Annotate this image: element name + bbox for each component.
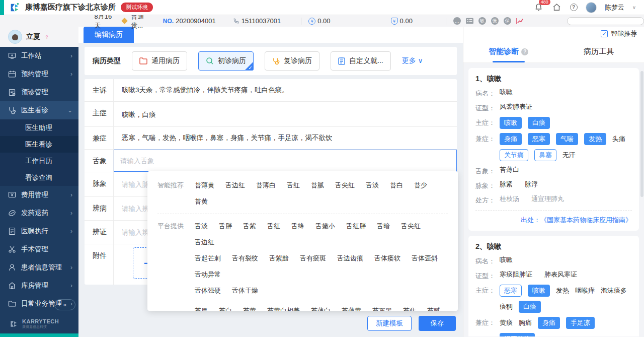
smart-recommend-checkbox[interactable]: ✓ [601, 30, 608, 37]
symptom-tag[interactable]: 咳嗽 [500, 117, 522, 129]
tongue-option[interactable]: 舌淡 [195, 220, 208, 232]
symptom-tag[interactable]: 渴不欲饮 [500, 333, 535, 336]
tongue-option[interactable]: 舌体强硬 [195, 285, 221, 297]
search-input[interactable] [567, 17, 644, 25]
allergy-badge[interactable]: 敏 [478, 17, 486, 25]
tongue-option[interactable]: 苔焦 [403, 305, 416, 311]
source-link[interactable]: 出处：《国家基本药物临床应用指南》 [475, 210, 632, 225]
tongue-option[interactable]: 舌红胖 [346, 220, 366, 232]
tongue-option[interactable]: 舌体歪斜 [412, 252, 438, 264]
tongue-option[interactable]: 舌紫 [243, 220, 256, 232]
tongue-option[interactable]: 苔薄黄 [342, 305, 361, 311]
symptom-tag[interactable]: 关节痛 [500, 149, 528, 161]
tongue-option[interactable]: 舌嫩小 [315, 220, 335, 232]
tongue-option[interactable]: 舌边齿痕 [337, 252, 363, 264]
user-menu-chevron-down-icon[interactable]: ∨ [632, 5, 636, 10]
new-template-button[interactable]: 新建模板 [367, 316, 412, 331]
tongue-option[interactable]: 舌体痿软 [374, 252, 400, 264]
symptom-tag[interactable]: 白痰 [519, 301, 541, 313]
type-button-general[interactable]: 通用病历 [132, 51, 187, 71]
right-panel-scrollbar[interactable] [640, 71, 643, 197]
symptom-tag[interactable]: 身痛 [538, 317, 560, 329]
tongue-option[interactable]: 舌胖 [219, 220, 232, 232]
tongue-option[interactable]: 舌红 [287, 179, 300, 191]
tongue-option[interactable]: 苔少 [414, 179, 427, 191]
list-icon[interactable] [466, 18, 473, 24]
sidebar-item-surgery[interactable]: 手术管理 [0, 240, 78, 258]
tongue-option[interactable]: 苔厚 [195, 305, 208, 311]
symptom-tag[interactable]: 恶寒 [528, 133, 550, 145]
sidebar-item-doctor-visit[interactable]: 医生看诊 ⌄ [0, 101, 78, 119]
prescription[interactable]: 通宣理肺丸 [531, 194, 564, 204]
sidebar-collapse-button[interactable]: « [54, 299, 75, 310]
sidebar-item-appointments[interactable]: 预约管理 › [0, 65, 78, 83]
sidebar-item-dispense[interactable]: 发药退药 › [0, 204, 78, 222]
tongue-option[interactable]: 舌体干燥 [232, 285, 258, 297]
chronic-badge[interactable]: 慢 [491, 17, 499, 25]
tongue-input[interactable] [114, 150, 457, 172]
patient-chip[interactable]: 立夏 ♀ [0, 27, 78, 47]
tongue-option[interactable]: 苔薄白 [311, 305, 331, 311]
tongue-option[interactable]: 苔腻 [427, 305, 440, 311]
tongue-option[interactable]: 苔黄白相兼 [267, 305, 300, 311]
symptom-tag[interactable]: 气喘 [556, 133, 578, 145]
tab-smart-diagnosis[interactable]: 智能诊断 ? [463, 41, 554, 62]
trend-chart-icon[interactable] [516, 18, 524, 25]
sidebar-item-warehouse[interactable]: 库房管理 › [0, 277, 78, 295]
symptom-tag[interactable]: 鼻塞 [534, 149, 556, 161]
sidebar-item-fees[interactable]: 费用管理 › [0, 186, 78, 204]
diagnosis-help-icon[interactable]: ? [521, 48, 528, 55]
tongue-option[interactable]: 舌紫黯 [269, 252, 289, 264]
save-button[interactable]: 保存 [419, 316, 456, 331]
prescription[interactable]: 桂枝汤 [500, 194, 519, 204]
tongue-option[interactable]: 舌有裂纹 [232, 252, 258, 264]
sidebar-item-prediagnosis[interactable]: 预诊管理 [0, 83, 78, 101]
home-icon[interactable] [552, 3, 562, 13]
more-tags-icon[interactable]: … [453, 17, 461, 25]
tongue-option[interactable]: 舌尖红 [401, 220, 421, 232]
user-name[interactable]: 陈梦云 [605, 3, 624, 12]
field-main-symptoms[interactable]: 咳嗽，白痰 [114, 102, 457, 126]
sidebar-subitem-work-calendar[interactable]: 工作日历 [0, 153, 78, 169]
symptom-tag[interactable]: 手足凉 [566, 317, 595, 329]
field-chief-complaint[interactable]: 咳嗽3天余，常常感觉怕冷，伴随关节疼痛，吐白色痰。 [114, 79, 457, 101]
tongue-option[interactable]: 苔白 [390, 179, 403, 191]
sidebar-item-patient-info[interactable]: 患者信息管理 › [0, 258, 78, 277]
tab-record-tools[interactable]: 病历工具 [554, 41, 644, 62]
notification-bell-icon[interactable]: 480 [534, 3, 544, 13]
symptom-tag[interactable]: 恶寒 [500, 285, 522, 297]
tongue-option[interactable]: 苔薄白 [256, 179, 276, 191]
user-avatar[interactable] [586, 2, 597, 13]
tongue-option[interactable]: 舌边红 [225, 179, 245, 191]
insurance-badge[interactable]: 保 [504, 17, 511, 25]
symptom-tag[interactable]: 发热 [584, 133, 606, 145]
tongue-option[interactable]: 苔薄黄 [195, 179, 214, 191]
tongue-option[interactable]: 舌暗 [377, 220, 390, 232]
tongue-option[interactable]: 舌起芒刺 [195, 252, 221, 264]
tongue-option[interactable]: 舌有瘀斑 [300, 252, 326, 264]
tongue-option[interactable]: 舌红 [267, 220, 280, 232]
tongue-option[interactable]: 苔腻 [311, 179, 324, 191]
sidebar-item-workstation[interactable]: 工作站 › [0, 47, 78, 65]
tongue-option[interactable]: 苔白 [219, 305, 232, 311]
sidebar-item-order-execution[interactable]: 医嘱执行 › [0, 222, 78, 240]
tongue-option[interactable]: 苔灰黑 [372, 305, 392, 311]
symptom-tag[interactable]: 咳嗽 [528, 285, 550, 297]
type-button-first-visit[interactable]: 初诊病历 ✓ [198, 51, 254, 71]
sidebar-subitem-doctor-visit[interactable]: 医生看诊 [0, 136, 78, 153]
tongue-option[interactable]: 舌尖红 [335, 179, 355, 191]
tongue-option[interactable]: 舌边红 [195, 236, 214, 248]
type-button-custom[interactable]: 自定义就... [331, 51, 391, 71]
tongue-option[interactable]: 苔黄 [195, 195, 208, 208]
help-icon[interactable]: ? [570, 4, 578, 11]
type-button-follow-up[interactable]: 复诊病历 [265, 51, 319, 71]
sidebar-subitem-visit-query[interactable]: 看诊查询 [0, 169, 78, 186]
tongue-option[interactable]: 舌绛 [291, 220, 304, 232]
symptom-tag[interactable]: 身痛 [500, 133, 522, 145]
tongue-option[interactable]: 舌动异常 [195, 268, 221, 281]
field-accompanying-symptoms[interactable]: 恶寒，气喘，发热，咽喉痒，鼻塞，身痛，关节痛，手足凉，渴不欲饮 [114, 127, 457, 149]
symptom-tag[interactable]: 白痰 [528, 117, 550, 129]
tongue-option[interactable]: 苔黄 [243, 305, 256, 311]
tongue-option[interactable]: 舌淡 [366, 179, 379, 191]
sidebar-subitem-doctor-assistant[interactable]: 医生助理 [0, 119, 78, 136]
